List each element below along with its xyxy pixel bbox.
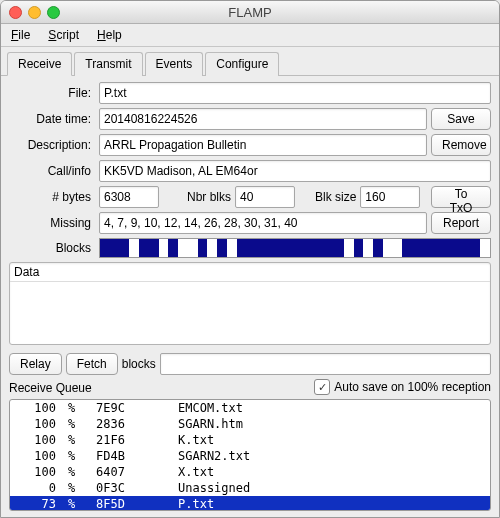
queue-unit: % — [62, 416, 90, 432]
queue-filename: SGARN.htm — [172, 416, 490, 432]
menu-script[interactable]: Script — [48, 28, 79, 42]
app-window: FLAMP File Script Help Receive Transmit … — [0, 0, 500, 518]
queue-row[interactable]: 73%8F5DP.txt — [10, 496, 490, 511]
data-textarea[interactable] — [10, 282, 490, 344]
remove-button[interactable]: Remove — [431, 134, 491, 156]
block-received — [461, 239, 471, 257]
queue-pct: 73 — [10, 496, 62, 511]
titlebar: FLAMP — [1, 1, 499, 24]
block-received — [110, 239, 120, 257]
queue-filename: K.txt — [172, 432, 490, 448]
block-received — [354, 239, 364, 257]
queue-row[interactable]: 100%2836SGARN.htm — [10, 416, 490, 432]
queue-row[interactable]: 0%0F3CUnassigned — [10, 480, 490, 496]
block-received — [441, 239, 451, 257]
report-button[interactable]: Report — [431, 212, 491, 234]
queue-unit: % — [62, 480, 90, 496]
nbrblks-field[interactable] — [235, 186, 295, 208]
missing-field[interactable] — [99, 212, 427, 234]
block-received — [237, 239, 247, 257]
queue-filename: X.txt — [172, 464, 490, 480]
label-nbrblks: Nbr blks — [187, 190, 231, 204]
label-blocks2: blocks — [122, 357, 156, 371]
menubar: File Script Help — [1, 24, 499, 47]
tab-events[interactable]: Events — [145, 52, 204, 76]
block-received — [285, 239, 295, 257]
autosave-checkbox[interactable]: ✓ Auto save on 100% reception — [314, 379, 491, 395]
blocks-indicator — [99, 238, 491, 258]
queue-row[interactable]: 100%6407X.txt — [10, 464, 490, 480]
block-received — [256, 239, 266, 257]
receive-queue[interactable]: 100%7E9CEMCOM.txt100%2836SGARN.htm100%21… — [9, 399, 491, 511]
relay-button[interactable]: Relay — [9, 353, 62, 375]
queue-id: 2836 — [90, 416, 172, 432]
fetch-button[interactable]: Fetch — [66, 353, 118, 375]
block-received — [276, 239, 286, 257]
block-received — [315, 239, 325, 257]
label-file: File: — [9, 86, 95, 100]
callinfo-field[interactable] — [99, 160, 491, 182]
check-icon: ✓ — [314, 379, 330, 395]
totxq-button[interactable]: To TxQ — [431, 186, 491, 208]
file-field[interactable] — [99, 82, 491, 104]
close-icon[interactable] — [9, 6, 22, 19]
block-received — [168, 239, 178, 257]
queue-pct: 100 — [10, 448, 62, 464]
queue-id: FD4B — [90, 448, 172, 464]
block-received — [334, 239, 344, 257]
queue-row[interactable]: 100%7E9CEMCOM.txt — [10, 400, 490, 416]
queue-filename: EMCOM.txt — [172, 400, 490, 416]
queue-row[interactable]: 100%FD4BSGARN2.txt — [10, 448, 490, 464]
label-blksize: Blk size — [315, 190, 356, 204]
queue-pct: 0 — [10, 480, 62, 496]
queue-unit: % — [62, 448, 90, 464]
queue-row[interactable]: 100%21F6K.txt — [10, 432, 490, 448]
block-received — [246, 239, 256, 257]
blocks-field[interactable] — [160, 353, 491, 375]
label-blocks: Blocks — [9, 241, 95, 255]
block-received — [149, 239, 159, 257]
zoom-icon[interactable] — [47, 6, 60, 19]
datetime-field[interactable] — [99, 108, 427, 130]
queue-filename: SGARN2.txt — [172, 448, 490, 464]
queue-unit: % — [62, 400, 90, 416]
menu-file[interactable]: File — [11, 28, 30, 42]
tab-configure[interactable]: Configure — [205, 52, 279, 76]
queue-id: 0F3C — [90, 480, 172, 496]
queue-id: 8F5D — [90, 496, 172, 511]
queue-pct: 100 — [10, 464, 62, 480]
data-box: Data — [9, 262, 491, 345]
block-received — [120, 239, 130, 257]
traffic-lights — [1, 6, 60, 19]
label-datetime: Date time: — [9, 112, 95, 126]
tab-transmit[interactable]: Transmit — [74, 52, 142, 76]
menu-help-label: elp — [106, 28, 122, 42]
block-received — [139, 239, 149, 257]
block-received — [100, 239, 110, 257]
block-received — [198, 239, 208, 257]
block-received — [217, 239, 227, 257]
menu-file-label: ile — [18, 28, 30, 42]
queue-pct: 100 — [10, 432, 62, 448]
block-received — [295, 239, 305, 257]
minimize-icon[interactable] — [28, 6, 41, 19]
autosave-label: Auto save on 100% reception — [334, 380, 491, 394]
label-data: Data — [10, 263, 490, 282]
bytes-field[interactable] — [99, 186, 159, 208]
blksize-field[interactable] — [360, 186, 420, 208]
block-received — [471, 239, 481, 257]
queue-filename: Unassigned — [172, 480, 490, 496]
label-bytes: # bytes — [9, 190, 95, 204]
queue-id: 7E9C — [90, 400, 172, 416]
label-missing: Missing — [9, 216, 95, 230]
block-received — [324, 239, 334, 257]
queue-unit: % — [62, 464, 90, 480]
save-button[interactable]: Save — [431, 108, 491, 130]
description-field[interactable] — [99, 134, 427, 156]
block-received — [266, 239, 276, 257]
block-received — [432, 239, 442, 257]
tab-receive[interactable]: Receive — [7, 52, 72, 76]
queue-unit: % — [62, 432, 90, 448]
queue-id: 21F6 — [90, 432, 172, 448]
menu-help[interactable]: Help — [97, 28, 122, 42]
